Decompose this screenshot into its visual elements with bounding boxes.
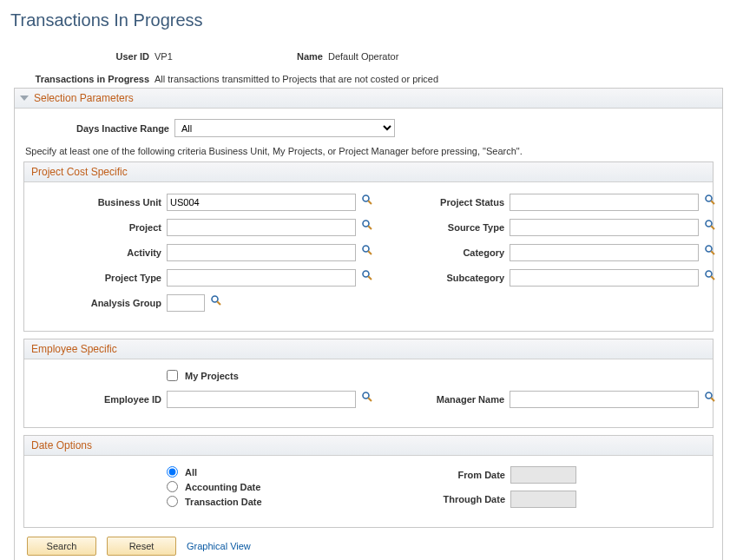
date-all-radio[interactable]	[167, 466, 178, 478]
project-status-input[interactable]	[510, 194, 699, 211]
project-cost-header: Project Cost Specific	[24, 162, 713, 182]
employee-section: Employee Specific My Projects Employee I…	[23, 339, 714, 428]
source-type-label: Source Type	[400, 222, 504, 233]
svg-line-3	[368, 226, 372, 229]
manager-name-input[interactable]	[510, 391, 699, 408]
svg-point-10	[706, 195, 712, 201]
through-date-input	[510, 491, 576, 508]
lookup-icon[interactable]	[360, 268, 374, 282]
activity-label: Activity	[33, 247, 161, 258]
svg-point-20	[706, 392, 712, 399]
tip-row: Transactions in Progress All transaction…	[3, 74, 727, 84]
date-accounting-label: Accounting Date	[185, 482, 260, 492]
svg-point-14	[706, 246, 712, 252]
lookup-icon[interactable]	[703, 243, 717, 257]
from-date-input	[510, 466, 576, 484]
from-date-label: From Date	[401, 470, 505, 480]
svg-point-12	[706, 221, 712, 227]
date-all-label: All	[185, 467, 197, 478]
lookup-icon[interactable]	[209, 293, 223, 307]
date-options-header: Date Options	[24, 436, 713, 456]
business-unit-input[interactable]	[167, 194, 356, 211]
project-cost-title: Project Cost Specific	[31, 166, 128, 178]
svg-point-2	[363, 221, 369, 227]
lookup-icon[interactable]	[360, 193, 374, 207]
analysis-group-input[interactable]	[167, 294, 205, 312]
lookup-icon[interactable]	[703, 390, 717, 404]
days-inactive-label: Days Inactive Range	[23, 123, 169, 134]
subcategory-input[interactable]	[510, 269, 699, 287]
category-label: Category	[400, 247, 504, 258]
selection-parameters-title: Selection Parameters	[34, 92, 134, 104]
user-id-label: User ID	[3, 51, 149, 62]
chevron-down-icon	[20, 96, 29, 101]
analysis-group-label: Analysis Group	[33, 298, 161, 308]
manager-name-label: Manager Name	[400, 394, 504, 405]
svg-line-1	[368, 201, 372, 204]
date-options-section: Date Options All Accounting Date	[23, 435, 714, 528]
project-input[interactable]	[167, 219, 356, 236]
project-cost-section: Project Cost Specific Business Unit	[23, 161, 714, 332]
svg-line-17	[711, 276, 714, 280]
employee-title: Employee Specific	[31, 343, 117, 355]
date-transaction-label: Transaction Date	[185, 497, 262, 507]
lookup-icon[interactable]	[360, 218, 374, 232]
selection-instruction: Specify at least one of the following cr…	[25, 146, 710, 156]
my-projects-checkbox[interactable]	[167, 370, 178, 381]
reset-button[interactable]: Reset	[107, 537, 176, 556]
svg-point-6	[363, 271, 369, 277]
lookup-icon[interactable]	[703, 218, 717, 232]
svg-line-15	[711, 251, 714, 254]
project-status-label: Project Status	[400, 197, 504, 208]
source-type-input[interactable]	[510, 219, 699, 236]
svg-line-21	[711, 398, 714, 401]
date-transaction-radio[interactable]	[167, 496, 178, 507]
svg-line-9	[217, 301, 220, 305]
svg-point-4	[363, 246, 369, 252]
svg-line-19	[368, 398, 372, 401]
graphical-view-link[interactable]: Graphical View	[187, 541, 251, 551]
svg-line-7	[368, 276, 372, 280]
days-inactive-select[interactable]: All	[174, 119, 395, 137]
svg-point-16	[706, 271, 712, 277]
date-accounting-radio[interactable]	[167, 481, 178, 492]
lookup-icon[interactable]	[703, 268, 717, 282]
user-id-value: VP1	[149, 51, 288, 62]
date-options-title: Date Options	[31, 439, 92, 451]
transactions-in-progress-page: Transactions In Progress User ID VP1 Nam…	[0, 0, 730, 560]
svg-point-18	[363, 392, 369, 399]
name-label: Name	[288, 51, 323, 62]
selection-parameters-header[interactable]: Selection Parameters	[15, 89, 722, 109]
through-date-label: Through Date	[401, 494, 505, 504]
lookup-icon[interactable]	[703, 193, 717, 207]
svg-point-0	[363, 195, 369, 201]
user-id-row: User ID VP1 Name Default Operator	[3, 51, 727, 62]
employee-header: Employee Specific	[24, 339, 713, 359]
tip-label: Transactions in Progress	[3, 74, 149, 84]
project-type-label: Project Type	[33, 273, 161, 283]
name-value: Default Operator	[323, 51, 398, 62]
employee-id-input[interactable]	[167, 391, 356, 408]
svg-point-8	[212, 296, 218, 302]
my-projects-label: My Projects	[185, 371, 239, 381]
selection-parameters-section: Selection Parameters Days Inactive Range…	[14, 88, 723, 560]
activity-input[interactable]	[167, 244, 356, 261]
svg-line-11	[711, 201, 714, 204]
tip-desc: All transactions transmitted to Projects…	[149, 74, 438, 84]
lookup-icon[interactable]	[360, 390, 374, 404]
subcategory-label: Subcategory	[400, 273, 504, 283]
project-label: Project	[33, 222, 161, 233]
search-button[interactable]: Search	[27, 537, 96, 556]
svg-line-13	[711, 226, 714, 229]
svg-line-5	[368, 251, 372, 254]
lookup-icon[interactable]	[360, 243, 374, 257]
page-title: Transactions In Progress	[10, 10, 727, 30]
project-type-input[interactable]	[167, 269, 356, 287]
business-unit-label: Business Unit	[33, 197, 161, 208]
category-input[interactable]	[510, 244, 699, 261]
employee-id-label: Employee ID	[33, 394, 161, 405]
